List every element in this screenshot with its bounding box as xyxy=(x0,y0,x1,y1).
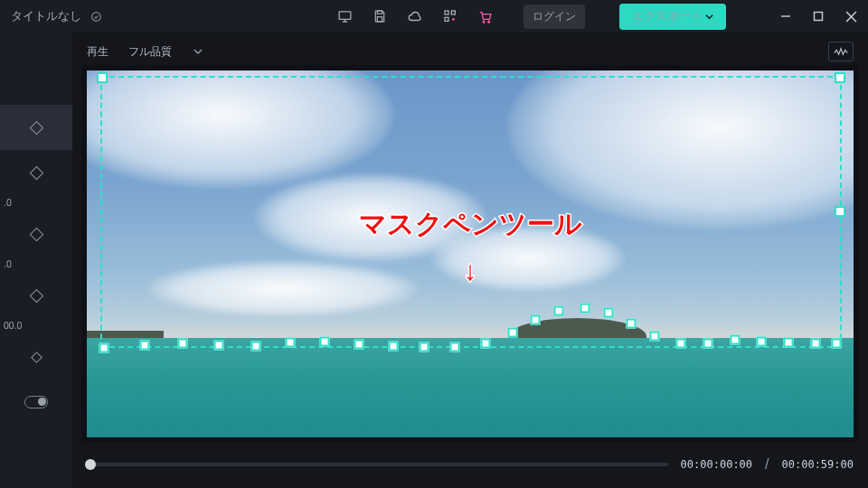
minimize-button[interactable] xyxy=(780,11,791,23)
mask-pen-point[interactable] xyxy=(480,339,490,349)
mask-pen-point[interactable] xyxy=(507,328,517,338)
svg-rect-6 xyxy=(445,17,448,21)
preview-canvas[interactable]: マスクペンツール ↓ xyxy=(81,65,859,443)
mask-pen-point[interactable] xyxy=(649,331,659,341)
mask-pen-point[interactable] xyxy=(450,342,460,352)
grid-add-icon[interactable] xyxy=(443,9,458,23)
keyframe-row[interactable] xyxy=(0,105,72,150)
mask-pen-point[interactable] xyxy=(285,338,295,348)
time-total: 00:00:59:00 xyxy=(782,458,854,471)
title-check-icon xyxy=(90,11,102,23)
mask-pen-point[interactable] xyxy=(99,343,108,352)
waveform-button[interactable] xyxy=(828,42,854,61)
mask-pen-point[interactable] xyxy=(730,334,740,344)
mask-pen-point[interactable] xyxy=(354,339,364,349)
login-button[interactable]: ログイン xyxy=(524,5,585,29)
playback-controls: 00:00:00:00 / 00:00:59:00 xyxy=(81,448,859,481)
preview-toolbar: 再生 フル品質 xyxy=(81,38,859,65)
mask-pen-point[interactable] xyxy=(389,341,399,351)
keyframe-row[interactable]: .0 xyxy=(0,150,72,195)
mask-pen-path xyxy=(87,70,854,437)
svg-rect-4 xyxy=(445,11,448,14)
scrubber[interactable] xyxy=(87,463,668,466)
mask-pen-point[interactable] xyxy=(783,338,793,348)
mask-pen-point[interactable] xyxy=(810,339,820,349)
maximize-button[interactable] xyxy=(813,11,824,23)
mask-pen-point[interactable] xyxy=(832,339,842,349)
svg-point-7 xyxy=(452,18,455,21)
quality-dropdown[interactable]: フル品質 xyxy=(121,42,210,62)
mask-pen-point[interactable] xyxy=(319,337,329,347)
svg-rect-3 xyxy=(377,17,382,22)
annotation-label: マスクペンツール xyxy=(359,206,582,243)
svg-point-8 xyxy=(483,21,485,23)
time-current: 00:00:00:00 xyxy=(681,458,752,471)
cloud-icon[interactable] xyxy=(407,8,423,24)
properties-sidebar: .0 .0 00.0 xyxy=(0,33,72,488)
keyframe-row[interactable] xyxy=(0,334,72,380)
mask-pen-point[interactable] xyxy=(757,336,767,346)
keyframe-row[interactable]: 00.0 xyxy=(0,273,72,318)
keyframe-row[interactable]: .0 xyxy=(0,211,72,257)
svg-rect-2 xyxy=(377,11,382,14)
svg-point-9 xyxy=(488,21,490,23)
annotation-arrow: ↓ xyxy=(464,256,477,286)
mask-pen-point[interactable] xyxy=(213,340,223,350)
monitor-icon[interactable] xyxy=(337,9,353,24)
mask-pen-point[interactable] xyxy=(531,315,541,325)
close-button[interactable] xyxy=(845,11,857,23)
toggle-row[interactable] xyxy=(0,380,72,425)
titlebar: タイトルなし ログイン エクスポート xyxy=(0,0,868,33)
svg-rect-10 xyxy=(815,12,823,20)
document-title: タイトルなし xyxy=(11,9,81,24)
mask-pen-point[interactable] xyxy=(676,339,686,349)
mask-pen-point[interactable] xyxy=(139,340,149,350)
svg-rect-5 xyxy=(451,11,455,14)
svg-point-0 xyxy=(92,12,101,21)
mask-pen-point[interactable] xyxy=(250,341,260,351)
mask-pen-point[interactable] xyxy=(580,304,590,314)
save-icon[interactable] xyxy=(373,9,387,23)
mask-pen-point[interactable] xyxy=(553,305,563,315)
export-button[interactable]: エクスポート xyxy=(619,4,726,30)
mask-pen-point[interactable] xyxy=(420,342,429,352)
mask-pen-point[interactable] xyxy=(703,339,712,349)
mask-pen-point[interactable] xyxy=(178,339,188,349)
svg-rect-1 xyxy=(339,11,351,18)
mask-pen-point[interactable] xyxy=(627,319,637,329)
play-label[interactable]: 再生 xyxy=(87,44,108,60)
cart-icon[interactable] xyxy=(477,9,493,24)
mask-pen-point[interactable] xyxy=(603,307,613,317)
